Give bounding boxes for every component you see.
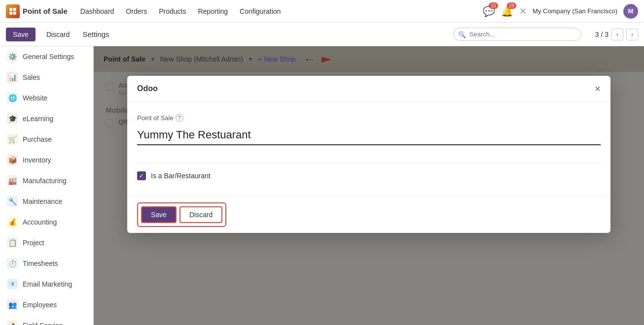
updates-icon-badge[interactable]: 🔔 28 (501, 5, 513, 17)
sidebar-item-timesheets[interactable]: ⏱️ Timesheets (0, 253, 93, 274)
sidebar-item-email-marketing[interactable]: 📧 Email Marketing (0, 274, 93, 294)
settings-label: Settings (82, 30, 109, 38)
sidebar-item-inventory[interactable]: 📦 Inventory (0, 150, 93, 170)
sidebar-item-maintenance[interactable]: 🔧 Maintenance (0, 191, 93, 212)
sidebar-label-timesheets: Timesheets (23, 260, 58, 267)
pos-name-input[interactable] (137, 126, 601, 145)
sidebar-item-sales[interactable]: 📊 Sales (0, 67, 93, 88)
sidebar-item-field-service[interactable]: 🔌 Field Service (0, 315, 93, 325)
sidebar-item-employees[interactable]: 👥 Employees (0, 294, 93, 315)
bar-restaurant-row: Is a Bar/Restaurant (137, 171, 601, 180)
email-marketing-icon: 📧 (7, 279, 18, 290)
bar-restaurant-checkbox[interactable] (137, 171, 146, 180)
logo-icon (6, 4, 20, 18)
next-page-button[interactable]: › (626, 29, 638, 40)
modal-body: Point of Sale ? Is a Bar/Restaurant (127, 102, 610, 196)
modal-overlay: Odoo × Point of Sale ? Is a Bar/Restaura… (94, 46, 644, 325)
sidebar-item-purchase[interactable]: 🛒 Purchase (0, 129, 93, 150)
svg-rect-2 (9, 11, 12, 14)
sidebar-label-website: Website (23, 94, 47, 102)
modal-divider (137, 163, 601, 163)
modal-footer: Save Discard (127, 196, 610, 233)
pagination-text: 3 / 3 (595, 31, 608, 38)
sidebar-label-purchase: Purchase (23, 135, 52, 143)
modal-header: Odoo × (127, 76, 610, 102)
sidebar-label-accounting: Accounting (23, 218, 57, 226)
sidebar-item-general-settings[interactable]: ⚙️ General Settings (0, 46, 93, 67)
svg-rect-3 (13, 11, 16, 14)
inventory-icon: 📦 (7, 155, 18, 165)
company-name: My Company (San Francisco) (533, 7, 617, 15)
app-name: Point of Sale (23, 7, 68, 15)
sidebar-label-email-marketing: Email Marketing (23, 280, 72, 288)
sidebar-label-manufacturing: Manufacturing (23, 177, 67, 185)
modal-title: Odoo (137, 84, 158, 93)
field-service-icon: 🔌 (7, 320, 18, 325)
sidebar-label-general-settings: General Settings (23, 53, 74, 61)
project-icon: 📋 (7, 237, 18, 248)
sidebar-item-manufacturing[interactable]: 🏭 Manufacturing (0, 170, 93, 191)
search-icon: 🔍 (458, 31, 466, 38)
manufacturing-icon: 🏭 (7, 175, 18, 186)
sidebar-label-elearning: eLearning (23, 115, 53, 123)
sidebar: ⚙️ General Settings 📊 Sales 🌐 Website 🎓 … (0, 46, 94, 325)
main-layout: ⚙️ General Settings 📊 Sales 🌐 Website 🎓 … (0, 46, 644, 325)
timesheets-icon: ⏱️ (7, 258, 18, 269)
top-nav: Dashboard Orders Products Reporting Conf… (75, 5, 286, 17)
website-icon: 🌐 (7, 93, 18, 103)
sidebar-label-employees: Employees (23, 301, 57, 309)
discard-button[interactable]: Discard (39, 28, 76, 41)
svg-rect-1 (13, 8, 16, 11)
sidebar-label-sales: Sales (23, 73, 40, 81)
bar-restaurant-label: Is a Bar/Restaurant (151, 172, 211, 180)
pagination: 3 / 3 ‹ › (595, 29, 638, 40)
sidebar-item-elearning[interactable]: 🎓 eLearning (0, 108, 93, 129)
sidebar-label-inventory: Inventory (23, 156, 51, 164)
sales-icon: 📊 (7, 72, 18, 83)
save-button[interactable]: Save (6, 28, 36, 41)
modal-discard-button[interactable]: Discard (179, 206, 222, 223)
nav-reporting[interactable]: Reporting (193, 5, 233, 17)
modal-close-button[interactable]: × (595, 84, 601, 94)
search-box: 🔍 (453, 28, 581, 41)
chat-badge: 15 (489, 2, 498, 9)
updates-badge: 28 (507, 2, 516, 9)
toolbar: Save Discard Settings 🔍 3 / 3 ‹ › (0, 23, 644, 46)
employees-icon: 👥 (7, 299, 18, 310)
nav-dashboard[interactable]: Dashboard (75, 5, 119, 17)
svg-rect-0 (9, 8, 12, 11)
sidebar-item-website[interactable]: 🌐 Website (0, 88, 93, 108)
search-input[interactable] (453, 28, 581, 41)
pos-field-label: Point of Sale ? (137, 114, 601, 122)
wrench-icon: ✕ (519, 6, 527, 17)
help-icon[interactable]: ? (176, 114, 183, 122)
sidebar-label-field-service: Field Service (23, 322, 63, 325)
avatar[interactable]: M (623, 4, 638, 19)
sidebar-item-accounting[interactable]: 💰 Accounting (0, 212, 93, 232)
elearning-icon: 🎓 (7, 113, 18, 124)
general-settings-icon: ⚙️ (7, 51, 18, 62)
maintenance-icon: 🔧 (7, 196, 18, 207)
app-logo[interactable]: Point of Sale (6, 4, 68, 18)
prev-page-button[interactable]: ‹ (611, 29, 623, 40)
sidebar-item-project[interactable]: 📋 Project (0, 232, 93, 253)
sidebar-label-project: Project (23, 239, 44, 247)
nav-products[interactable]: Products (154, 5, 191, 17)
purchase-icon: 🛒 (7, 134, 18, 145)
topbar: Point of Sale Dashboard Orders Products … (0, 0, 644, 23)
sidebar-label-maintenance: Maintenance (23, 197, 62, 205)
nav-configuration[interactable]: Configuration (235, 5, 286, 17)
nav-orders[interactable]: Orders (121, 5, 152, 17)
chat-icon-badge[interactable]: 💬 15 (483, 5, 495, 17)
modal-save-button[interactable]: Save (141, 206, 177, 223)
content-area: Point of Sale ▾ New Shop (Mitchell Admin… (94, 46, 644, 325)
footer-buttons-group: Save Discard (137, 202, 226, 227)
accounting-icon: 💰 (7, 217, 18, 228)
modal-dialog: Odoo × Point of Sale ? Is a Bar/Restaura… (127, 76, 610, 233)
topbar-right: 💬 15 🔔 28 ✕ My Company (San Francisco) M (483, 4, 638, 19)
